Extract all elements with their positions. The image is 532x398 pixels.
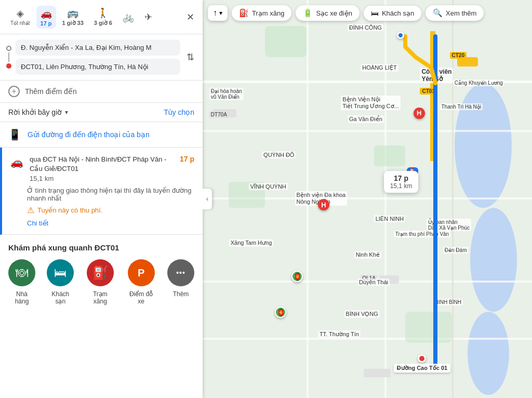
gas-icon: ⛽ [87, 259, 114, 286]
svg-rect-16 [405, 312, 452, 343]
filter-more[interactable]: 🔍 Xem thêm [425, 5, 484, 21]
add-dest-icon: + [8, 86, 20, 97]
explore-gas-label: Trạm xăng [86, 290, 115, 305]
transport-bar: ◈ Tốt nhất 🚗 17 p 🚌 1 giờ 33 🚶 3 giờ 6 🚲… [0, 0, 203, 34]
explore-item-parking[interactable]: P Điểm đỗ xe [125, 259, 157, 305]
map-panel[interactable]: ↑ ▾ ⛽ Trạm xăng 🔋 Sạc xe điện 🛏 Khách sạ… [203, 0, 532, 398]
gas-filter-icon: ⛽ [239, 8, 249, 18]
explore-more-label: Thêm [173, 290, 189, 298]
parking-icon: P [128, 259, 155, 286]
route-card-note: Ở tình trạng giao thông hiện tại thì đây… [27, 187, 194, 202]
more-icon: ••• [167, 259, 194, 286]
svg-rect-7 [203, 281, 532, 283]
route-card[interactable]: 🚗 qua ĐCT Hà Nội - Ninh Bình/ĐCT Pháp Vâ… [0, 148, 203, 235]
route-fields [16, 39, 180, 75]
arrow-icon: ↑ [213, 8, 217, 18]
diamond-icon: ◈ [17, 8, 24, 19]
explore-section: Khám phá xung quanh ĐCT01 🍽 Nhà hàng 🛏 K… [0, 235, 203, 313]
transport-mode-walk[interactable]: 🚶 3 giờ 6 [90, 5, 116, 29]
destination-marker: Đường Cao Tốc 01 [394, 354, 450, 373]
swap-button[interactable]: ⇅ [184, 49, 196, 65]
transport-mode-car[interactable]: 🚗 17 p [36, 6, 56, 29]
explore-hotel-label: Khách sạn [46, 290, 75, 305]
left-panel: ◈ Tốt nhất 🚗 17 p 🚌 1 giờ 33 🚶 3 giờ 6 🚲… [0, 0, 203, 398]
add-destination-row[interactable]: + Thêm điểm đến [0, 81, 203, 103]
collapse-icon: ‹ [206, 195, 208, 203]
origin-input[interactable] [16, 39, 180, 56]
depart-options: Rời khởi bây giờ ▾ Tùy chọn [0, 103, 203, 122]
route-info-bubble: 17 p 15,1 km [384, 171, 419, 193]
collapse-panel-button[interactable]: ‹ [203, 189, 212, 209]
svg-rect-4 [203, 81, 532, 83]
direction-toggle[interactable]: ↑ ▾ [208, 5, 228, 21]
transport-mode-plane[interactable]: ✈ [140, 9, 156, 25]
explore-item-more[interactable]: ••• Thêm [167, 259, 194, 298]
route-card-info: qua ĐCT Hà Nội - Ninh Bình/ĐCT Pháp Vân … [30, 155, 194, 182]
route-card-title: qua ĐCT Hà Nội - Ninh Bình/ĐCT Pháp Vân … [30, 155, 176, 174]
depart-label: Rời khởi bây giờ [8, 108, 62, 116]
route-car-icon: 🚗 [10, 156, 23, 168]
bike-icon: 🚲 [123, 11, 134, 23]
svg-rect-15 [229, 182, 265, 208]
svg-rect-11 [452, 0, 454, 398]
svg-rect-13 [265, 26, 307, 57]
svg-rect-9 [307, 0, 309, 398]
warning-icon: ⚠ [27, 205, 34, 215]
place-pin-2[interactable]: 🏮 [275, 307, 286, 318]
route-line [8, 52, 9, 62]
transport-mode-bus[interactable]: 🚌 1 giờ 33 [58, 5, 88, 29]
hospital-pin-1[interactable]: H [414, 108, 425, 119]
filter-ev[interactable]: 🔋 Sạc xe điện [296, 5, 359, 21]
route-detail-link[interactable]: Chi tiết [27, 219, 194, 227]
svg-point-3 [468, 312, 509, 395]
destination-input[interactable] [16, 59, 180, 75]
end-pin: Đường Cao Tốc 01 [394, 354, 450, 373]
explore-item-restaurant[interactable]: 🍽 Nhà hàng [8, 259, 35, 305]
route-card-time: 17 p [180, 155, 194, 163]
add-dest-label: Thêm điểm đến [25, 87, 77, 96]
route-inputs: ⇅ [0, 34, 203, 81]
depart-now-button[interactable]: Rời khởi bây giờ ▾ [8, 108, 68, 116]
route-card-distance: 15,1 km [30, 175, 194, 182]
hospital-pin-2[interactable]: H [318, 199, 329, 210]
chevron-down-icon: ▾ [65, 109, 68, 116]
svg-point-2 [470, 208, 517, 312]
origin-dot [6, 46, 11, 51]
svg-rect-20 [364, 369, 391, 377]
send-phone-label: Gửi đường đi đến điện thoại của bạn [28, 130, 150, 139]
svg-rect-19 [379, 275, 399, 284]
hotel-filter-icon: 🛏 [371, 9, 379, 18]
svg-rect-12 [430, 31, 435, 161]
explore-restaurant-label: Nhà hàng [8, 290, 35, 305]
svg-rect-8 [203, 338, 532, 340]
explore-item-gas[interactable]: ⛽ Trạm xăng [86, 259, 115, 305]
send-to-phone-row[interactable]: 📱 Gửi đường đi đến điện thoại của bạn [0, 122, 203, 148]
toll-warning-text: Tuyến này có thu phí. [37, 206, 102, 214]
route-dots [6, 46, 11, 69]
explore-item-hotel[interactable]: 🛏 Khách sạn [46, 259, 75, 305]
svg-rect-17 [457, 57, 478, 67]
svg-rect-14 [374, 145, 405, 166]
bus-icon: 🚌 [67, 7, 78, 19]
options-link[interactable]: Tùy chọn [164, 108, 194, 116]
destination-dot [6, 63, 11, 69]
route-card-header: 🚗 qua ĐCT Hà Nội - Ninh Bình/ĐCT Pháp Vâ… [10, 155, 194, 182]
map-top-bar: ↑ ▾ ⛽ Trạm xăng 🔋 Sạc xe điện 🛏 Khách sạ… [208, 5, 527, 21]
filter-hotel[interactable]: 🛏 Khách sạn [364, 6, 421, 21]
svg-rect-18 [213, 109, 236, 117]
plane-icon: ✈ [144, 11, 152, 23]
explore-items: 🍽 Nhà hàng 🛏 Khách sạn ⛽ Trạm xăng P Điể… [8, 259, 194, 305]
filter-gas[interactable]: ⛽ Trạm xăng [232, 5, 291, 21]
ev-filter-icon: 🔋 [303, 8, 313, 18]
svg-point-1 [455, 83, 512, 208]
svg-rect-10 [384, 0, 387, 398]
transport-mode-best[interactable]: ◈ Tốt nhất [6, 6, 34, 28]
restaurant-icon: 🍽 [8, 259, 35, 286]
phone-icon: 📱 [8, 128, 21, 141]
close-button[interactable]: ✕ [184, 9, 196, 25]
place-pin-1[interactable]: 🏮 [291, 271, 303, 282]
route-card-toll: ⚠ Tuyến này có thu phí. [27, 205, 194, 215]
transport-mode-bike[interactable]: 🚲 [118, 9, 138, 25]
svg-rect-5 [203, 130, 532, 132]
compass-label: ▾ [219, 9, 222, 17]
